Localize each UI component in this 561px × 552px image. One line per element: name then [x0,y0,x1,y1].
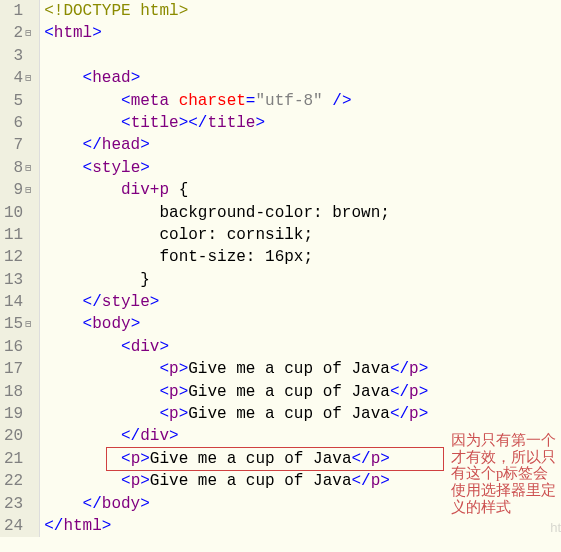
code-line: <head> [44,67,561,89]
line-number: 21 [4,448,33,470]
line-number: 12 [4,246,33,268]
code-line: } [44,269,561,291]
code-line: font-size: 16px; [44,246,561,268]
line-number: 16 [4,336,33,358]
fold-icon[interactable]: ⊟ [23,27,33,41]
line-number: 13 [4,269,33,291]
code-line: color: cornsilk; [44,224,561,246]
code-line: </style> [44,291,561,313]
code-line: <p>Give me a cup of Java</p> [44,381,561,403]
code-line: <!DOCTYPE html> [44,0,561,22]
line-number: 14 [4,291,33,313]
fold-icon[interactable]: ⊟ [23,72,33,86]
line-number: 3 [4,45,33,67]
line-number: 6 [4,112,33,134]
line-number: 2⊟ [4,22,33,44]
line-number: 20 [4,425,33,447]
line-number: 1 [4,0,33,22]
watermark-text: ht [550,519,561,537]
line-number: 19 [4,403,33,425]
line-number: 17 [4,358,33,380]
code-line: background-color: brown; [44,202,561,224]
line-gutter: 12⊟34⊟5678⊟9⊟101112131415⊟16171819202122… [0,0,40,537]
code-line: div+p { [44,179,561,201]
line-number: 22 [4,470,33,492]
code-line: </html> [44,515,561,537]
line-number: 24 [4,515,33,537]
code-line: <p>Give me a cup of Java</p> [44,358,561,380]
line-number: 18 [4,381,33,403]
doctype: <!DOCTYPE html> [44,2,188,20]
code-line: <meta charset="utf-8" /> [44,90,561,112]
code-line: <div> [44,336,561,358]
line-number: 10 [4,202,33,224]
line-number: 9⊟ [4,179,33,201]
annotation-text: 因为只有第一个 才有效，所以只 有这个p标签会 使用选择器里定 义的样式 [451,432,556,515]
line-number: 11 [4,224,33,246]
line-number: 5 [4,90,33,112]
fold-icon[interactable]: ⊟ [23,162,33,176]
code-line: </head> [44,134,561,156]
line-number: 4⊟ [4,67,33,89]
line-number: 23 [4,493,33,515]
code-line: <html> [44,22,561,44]
code-line: <p>Give me a cup of Java</p> [44,403,561,425]
code-line: <style> [44,157,561,179]
line-number: 15⊟ [4,313,33,335]
code-line: <body> [44,313,561,335]
line-number: 7 [4,134,33,156]
line-number: 8⊟ [4,157,33,179]
code-line [44,45,561,67]
fold-icon[interactable]: ⊟ [23,318,33,332]
fold-icon[interactable]: ⊟ [23,184,33,198]
code-line: <title></title> [44,112,561,134]
